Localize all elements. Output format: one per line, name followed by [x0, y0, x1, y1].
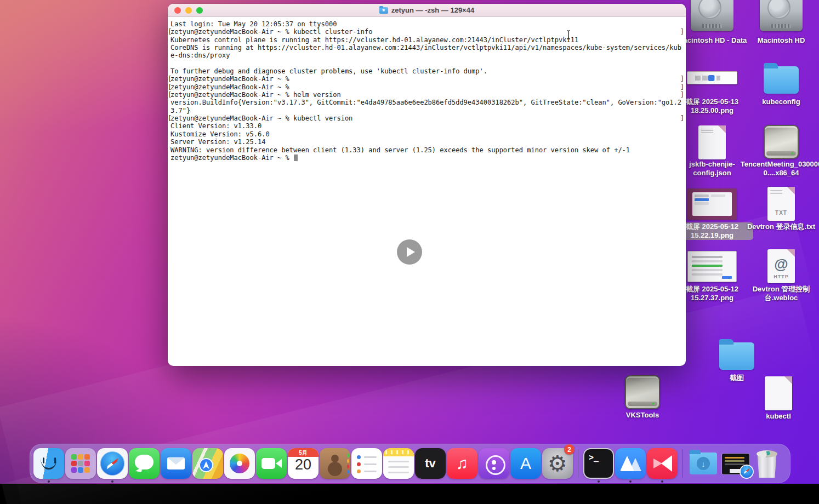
reminders-icon[interactable] [351, 448, 382, 479]
terminal-titlebar[interactable]: zetyun — -zsh — 129×44 [168, 4, 686, 17]
terminal-line-text: version.BuildInfo{Version:"v3.17.3", Git… [170, 99, 681, 106]
desktop-icon-folder[interactable] [719, 342, 754, 370]
dock-item-tencent-meeting[interactable] [615, 444, 646, 483]
desktop-icon-internal-drive[interactable] [691, 0, 733, 31]
minimized-window-thumbnail[interactable] [720, 448, 750, 479]
finder-icon[interactable] [33, 448, 64, 479]
launchpad-icon[interactable] [65, 448, 96, 479]
terminal-line [168, 60, 686, 67]
terminal-prompt-glyph: >_ [589, 453, 599, 462]
window-title: zetyun — -zsh — 129×44 [391, 6, 474, 14]
contacts-icon[interactable] [320, 448, 350, 479]
safari-icon[interactable] [97, 448, 128, 479]
terminal-app-icon[interactable]: >_ [583, 448, 614, 479]
dock-item-reminders[interactable] [351, 444, 382, 483]
maps-icon[interactable] [192, 448, 223, 479]
terminal-line-text: zetyun@zetyundeMacBook-Air ~ % helm vers… [170, 91, 341, 99]
desktop-icon-shot-window-white[interactable] [687, 251, 737, 282]
calendar-day-label: 20 [288, 456, 318, 473]
podcasts-icon[interactable] [479, 448, 509, 479]
trash-icon[interactable] [752, 448, 782, 479]
desktop-icon-label[interactable]: Macintosh HD [740, 36, 819, 45]
terminal-line: [zetyun@zetyundeMacBook-Air ~ %] [168, 75, 686, 83]
desktop-icon-doc-blank[interactable] [765, 376, 792, 410]
dock-item-calendar[interactable]: 5月20 [288, 444, 318, 483]
desktop-icon-webloc[interactable]: @HTTP [767, 249, 795, 283]
dock-item-messages[interactable] [129, 444, 160, 483]
dock-item-facetime[interactable] [256, 444, 287, 483]
dock-item-downloads-folder[interactable]: ↓ [688, 444, 719, 483]
tencent-meeting-icon[interactable] [615, 448, 646, 479]
app-store-a-glyph: A [520, 454, 531, 473]
desktop-icon-doc[interactable] [698, 125, 726, 159]
dock-item-safari[interactable] [97, 444, 128, 483]
safari-badge-icon [741, 466, 753, 478]
home-folder-icon [379, 7, 388, 14]
desktop-icon-label[interactable]: Devtron 登录信息.txt [740, 222, 819, 231]
video-play-button[interactable] [397, 239, 422, 265]
terminal-line-text: CoreDNS is running at https://vcluster.h… [170, 44, 681, 51]
desktop-icon-doc-txt[interactable]: TXT [767, 187, 795, 221]
download-arrow-icon: ↓ [697, 457, 710, 470]
desktop-icon-shot-bar[interactable] [687, 71, 737, 84]
terminal-line-text: To further debug and diagnose cluster pr… [170, 67, 487, 75]
terminal-line: version.BuildInfo{Version:"v3.17.3", Git… [168, 99, 686, 106]
dock-item-launchpad[interactable] [65, 444, 96, 483]
downloads-folder-icon[interactable]: ↓ [688, 448, 719, 479]
minimize-button[interactable] [185, 7, 192, 14]
dock-separator [679, 444, 687, 483]
facetime-icon[interactable] [256, 448, 287, 479]
dock-item-photos[interactable] [224, 444, 255, 483]
desktop-icon-label[interactable]: VKSTools [601, 411, 684, 420]
dock-item-mail[interactable] [161, 444, 191, 483]
photos-icon[interactable] [224, 448, 255, 479]
dock-item-app-store[interactable]: A [510, 444, 541, 483]
terminal-line: [zetyun@zetyundeMacBook-Air ~ % kubectl … [168, 28, 686, 36]
dock-item-podcasts[interactable] [479, 444, 509, 483]
dock-item-contacts[interactable] [320, 444, 350, 483]
running-indicator-dot [629, 480, 632, 483]
dock-item-trash[interactable] [752, 444, 782, 483]
apple-tv-icon[interactable]: tv [415, 448, 446, 479]
terminal-output[interactable]: Last login: Tue May 20 12:05:37 on ttys0… [168, 17, 686, 162]
terminal-line: Kustomize Version: v5.6.0 [168, 130, 686, 138]
notes-icon[interactable] [383, 448, 414, 479]
dock-item-finder[interactable] [33, 444, 64, 483]
desktop-icon-label[interactable]: Devtron 管理控制台.webloc [740, 285, 819, 302]
dock-item-terminal[interactable]: >_ [583, 444, 614, 483]
zoom-button[interactable] [196, 7, 203, 14]
messages-icon[interactable] [129, 448, 160, 479]
red-media-app-icon[interactable] [647, 448, 678, 479]
desktop-icon-ext-drive[interactable] [764, 125, 799, 159]
desktop-icon-label[interactable]: kubeconfig [740, 98, 819, 106]
music-icon[interactable]: ♫ [447, 448, 477, 479]
desktop-icon-label[interactable]: TencentMeeting_0300000....x86_64 [740, 160, 819, 177]
dock-item-maps[interactable] [192, 444, 223, 483]
terminal-window[interactable]: zetyun — -zsh — 129×44 Last login: Tue M… [168, 4, 686, 366]
app-store-icon[interactable]: A [510, 448, 541, 479]
close-button[interactable] [174, 7, 181, 14]
desktop-icon-label[interactable]: kubectl [737, 412, 819, 421]
dock-item-minimized-window[interactable] [720, 444, 750, 483]
desktop-icon-ext-drive[interactable] [625, 375, 660, 409]
terminal-mark-open: [ [168, 114, 172, 122]
trash-paper-shape [757, 450, 777, 457]
window-title-wrap: zetyun — -zsh — 129×44 [379, 6, 474, 14]
dock-item-tv[interactable]: tv [415, 444, 446, 483]
mail-icon[interactable] [161, 448, 191, 479]
dock-item-red-media-app[interactable] [647, 444, 678, 483]
dock-item-music[interactable]: ♫ [447, 444, 477, 483]
terminal-line-text: zetyun@zetyundeMacBook-Air ~ % [170, 154, 293, 162]
music-note-glyph: ♫ [456, 454, 469, 473]
terminal-mark-close: ] [680, 83, 684, 91]
desktop-icon-shot-window-purple[interactable] [687, 188, 737, 220]
dock-item-notes[interactable] [383, 444, 414, 483]
terminal-mark-open: [ [168, 91, 172, 99]
terminal-line-text: Server Version: v1.25.14 [170, 138, 265, 146]
screen: Macintosh HD - DataMacintosh HD截屏 2025-0… [0, 0, 819, 504]
terminal-line: WARNING: version difference between clie… [168, 146, 686, 154]
desktop-icon-folder[interactable] [764, 66, 799, 94]
calendar-icon[interactable]: 5月20 [288, 448, 318, 479]
desktop-icon-internal-drive[interactable] [760, 0, 803, 31]
dock-item-system-preferences[interactable]: ⚙2 [542, 444, 573, 483]
